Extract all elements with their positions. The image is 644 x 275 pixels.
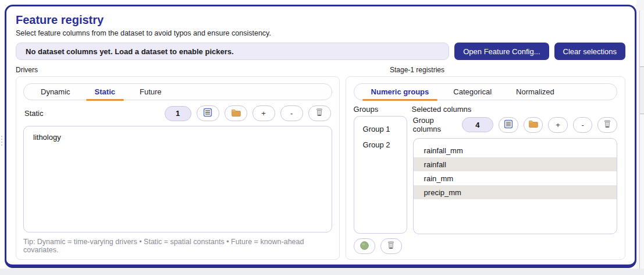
minus-icon: - — [581, 121, 583, 129]
screen: Feature registry Select feature columns … — [0, 0, 644, 275]
tab-future[interactable]: Future — [127, 84, 174, 100]
list-icon — [504, 119, 513, 131]
groups-actions — [354, 238, 407, 254]
selected-columns-label: Selected columns — [412, 105, 617, 114]
open-folder-button[interactable] — [225, 105, 247, 121]
remove-item-button[interactable]: - — [280, 105, 303, 121]
folder-icon — [231, 108, 241, 119]
group-item[interactable]: Group 1 — [354, 121, 407, 137]
delete-group-button[interactable] — [380, 238, 402, 254]
drivers-toolbar: Static 1 — [24, 105, 331, 121]
tab-numeric-groups[interactable]: Numeric groups — [359, 84, 442, 100]
tab-dynamic[interactable]: Dynamic — [29, 84, 83, 100]
open-folder-button[interactable] — [524, 117, 543, 133]
selected-columns-listbox: rainfall_mm rainfall rain_mm precip_mm — [413, 138, 617, 234]
add-item-button[interactable]: + — [252, 105, 275, 121]
registries-caption: Stage-1 registries — [390, 66, 625, 74]
drivers-caption: Drivers — [16, 66, 384, 74]
tab-normalized[interactable]: Normalized — [504, 84, 567, 100]
remove-column-button[interactable]: - — [573, 117, 593, 133]
registries-labels: Groups Selected columns — [354, 105, 617, 114]
page-background-bottom — [0, 269, 644, 275]
add-group-button[interactable] — [354, 238, 375, 254]
plus-icon: + — [556, 121, 560, 129]
registries-tabbar: Numeric groups Categorical Normalized — [354, 83, 617, 100]
drivers-tip: Tip: Dynamic = time-varying drivers • St… — [23, 238, 332, 254]
column-item[interactable]: precip_mm — [414, 185, 617, 199]
minus-icon: - — [290, 110, 293, 117]
group-columns-count-badge: 4 — [462, 117, 493, 132]
green-dot-icon — [360, 241, 369, 252]
feature-registry-window: Feature registry Select feature columns … — [5, 5, 636, 268]
page-subtitle: Select feature columns from the dataset … — [16, 29, 625, 37]
list-edit-button[interactable] — [499, 117, 518, 133]
clear-columns-button[interactable] — [597, 117, 617, 133]
status-row: No dataset columns yet. Load a dataset t… — [16, 43, 625, 60]
adjacent-panel-notch — [640, 66, 644, 114]
trash-icon — [315, 108, 324, 119]
drivers-section-label: Static — [24, 109, 165, 118]
column-item[interactable]: rain_mm — [414, 171, 617, 185]
groups-column: Group 1 Group 2 — [354, 116, 407, 254]
groups-listbox: Group 1 Group 2 — [354, 116, 407, 234]
selected-columns-column: Group columns 4 — [413, 116, 617, 254]
status-banner: No dataset columns yet. Load a dataset t… — [16, 43, 449, 60]
list-edit-button[interactable] — [197, 105, 219, 121]
drivers-panel: Dynamic Static Future Static 1 — [16, 76, 340, 260]
column-item[interactable]: rainfall_mm — [414, 143, 617, 157]
page-title: Feature registry — [16, 13, 625, 27]
list-item[interactable]: lithology — [24, 131, 332, 144]
drivers-count-badge: 1 — [165, 106, 191, 121]
registries-body: Group 1 Group 2 — [354, 116, 617, 254]
panel-captions: Drivers Stage-1 registries — [16, 66, 625, 74]
splitter-handle[interactable] — [0, 132, 3, 149]
registries-panel: Numeric groups Categorical Normalized Gr… — [346, 76, 625, 260]
plus-icon: + — [261, 110, 266, 117]
trash-icon — [603, 119, 612, 131]
group-columns-toolbar: Group columns 4 — [413, 116, 617, 133]
drivers-tabbar: Dynamic Static Future — [23, 83, 332, 100]
group-columns-label: Group columns — [413, 116, 457, 133]
panels-row: Dynamic Static Future Static 1 — [16, 76, 625, 260]
adjacent-panel-sliver — [639, 10, 644, 275]
groups-label: Groups — [354, 105, 412, 114]
tab-static[interactable]: Static — [83, 84, 127, 100]
group-item[interactable]: Group 2 — [354, 137, 407, 153]
open-feature-config-button[interactable]: Open Feature Config... — [454, 43, 549, 60]
clear-selections-button[interactable]: Clear selections — [554, 43, 626, 60]
trash-icon — [386, 241, 396, 252]
list-icon — [203, 108, 212, 119]
column-item[interactable]: rainfall — [414, 157, 617, 171]
folder-icon — [528, 119, 538, 131]
tab-categorical[interactable]: Categorical — [441, 84, 504, 100]
drivers-listbox: lithology — [23, 126, 332, 232]
add-column-button[interactable]: + — [548, 117, 568, 133]
clear-list-button[interactable] — [308, 105, 331, 121]
